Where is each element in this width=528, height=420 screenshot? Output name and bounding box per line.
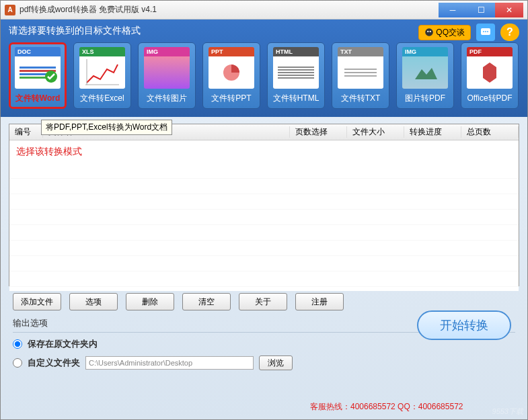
format-tag: HTML [273,47,319,56]
format-tag: IMG [144,47,190,56]
format-label: 文件转HTML [270,91,322,106]
custom-folder-radio[interactable] [13,358,22,368]
html-icon: HTML [273,47,319,89]
img2pdf-icon: IMG [402,47,448,89]
format-image[interactable]: IMG 文件转图片 [138,42,196,109]
chat-button[interactable] [476,24,495,41]
col-progress[interactable]: 转换进度 [404,126,461,138]
format-tag: IMG [402,47,448,56]
minimize-button[interactable]: ─ [439,3,467,17]
svg-marker-11 [415,68,437,79]
svg-point-6 [487,31,488,32]
close-button[interactable]: ✕ [495,3,523,17]
annotation-text: 选择该转换模式 [9,140,519,163]
svg-point-4 [483,31,484,32]
delete-button[interactable]: 删除 [126,293,174,310]
col-size[interactable]: 文件大小 [347,126,404,138]
svg-point-2 [430,31,431,32]
add-file-button[interactable]: 添加文件 [13,293,61,310]
maximize-button[interactable]: ☐ [467,3,495,17]
window-title: pdf转换成word转换器 免费试用版 v4.1 [20,4,439,15]
col-pages[interactable]: 页数选择 [290,126,347,138]
pdf-icon: PDF [467,47,513,89]
svg-point-5 [485,31,486,32]
format-label: 文件转TXT [335,91,386,106]
col-number[interactable]: 编号 [9,126,43,138]
format-label: 文件转图片 [141,91,192,106]
register-button[interactable]: 注册 [295,293,344,310]
format-office2pdf[interactable]: PDF Office转PDF [461,42,519,109]
save-original-label: 保存在原文件夹内 [28,338,98,350]
titlebar: A pdf转换成word转换器 免费试用版 v4.1 ─ ☐ ✕ [1,1,527,19]
format-label: 文件转PPT [206,91,257,106]
txt-icon: TXT [338,47,383,89]
save-original-radio[interactable] [13,339,22,349]
format-img2pdf[interactable]: IMG 图片转PDF [396,42,454,109]
format-excel[interactable]: XLS 文件转Excel [73,42,131,109]
format-ppt[interactable]: PPT 文件转PPT [202,42,260,109]
browse-button[interactable]: 浏览 [259,355,293,370]
format-label: 文件转Excel [77,91,128,106]
file-table: 编号 文件名 页数选择 文件大小 转换进度 总页数 选择该转换模式 [9,124,519,286]
doc-icon: DOC [15,47,61,89]
qq-chat-button[interactable]: QQ交谈 [418,25,471,40]
about-button[interactable]: 关于 [239,293,287,310]
hotline-text: 客服热线：4006685572 QQ：4006685572 [310,401,463,413]
format-grid: DOC 文件转Word XLS 文件转Excel IMG 文件转图片 [9,42,519,109]
table-body[interactable] [9,163,519,291]
format-label: 图片转PDF [400,91,451,106]
help-button[interactable]: ? [500,24,519,41]
path-input[interactable] [85,356,254,370]
svg-point-0 [425,28,433,36]
format-tag: XLS [79,47,125,56]
format-txt[interactable]: TXT 文件转TXT [332,42,389,109]
start-convert-button[interactable]: 开始转换 [417,310,511,340]
format-html[interactable]: HTML 文件转HTML [267,42,325,109]
qq-chat-label: QQ交谈 [436,27,465,38]
format-tag: PPT [209,47,254,56]
format-label: 文件转Word [12,91,63,106]
svg-point-1 [427,31,428,32]
custom-folder-label: 自定义文件夹 [28,357,80,369]
format-tag: PDF [467,47,513,56]
clear-button[interactable]: 清空 [182,293,231,310]
img-icon: IMG [144,47,190,89]
format-label: Office转PDF [464,91,515,106]
xls-icon: XLS [79,47,125,89]
ppt-icon: PPT [209,47,254,89]
format-tag: TXT [338,47,383,56]
tooltip: 将PDF,PPT,Excel转换为Word文档 [41,120,172,135]
options-button[interactable]: 选项 [69,293,118,310]
format-tag: DOC [15,47,61,56]
col-total[interactable]: 总页数 [461,126,519,138]
format-word[interactable]: DOC 文件转Word [9,42,67,109]
watermark: 9553下载 [492,407,523,417]
app-icon: A [5,5,15,15]
